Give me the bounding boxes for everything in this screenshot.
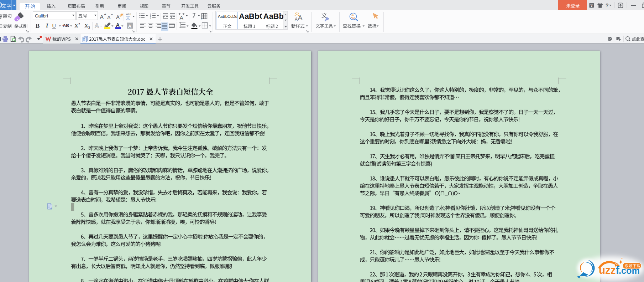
svg-text:2: 2 — [78, 22, 80, 26]
svg-text:A: A — [116, 22, 120, 28]
svg-text:A: A — [116, 14, 120, 20]
svg-text:ac: ac — [352, 16, 355, 20]
svg-text:W: W — [83, 38, 86, 41]
svg-text:X: X — [84, 23, 88, 29]
svg-text:−: − — [111, 12, 113, 16]
svg-text:AB: AB — [63, 23, 69, 28]
svg-text:2: 2 — [88, 26, 90, 30]
svg-text:+: + — [104, 12, 106, 16]
svg-text:A: A — [100, 14, 104, 21]
svg-text:A: A — [107, 15, 111, 20]
svg-text:F: F — [201, 18, 202, 20]
svg-text:wén: wén — [126, 12, 131, 16]
svg-text:A: A — [295, 17, 298, 22]
svg-text:¥: ¥ — [591, 4, 592, 8]
svg-text:I: I — [46, 22, 48, 29]
svg-text:A: A — [180, 15, 184, 21]
svg-text:A: A — [95, 22, 99, 29]
svg-text:B: B — [36, 22, 40, 29]
svg-text:U: U — [52, 22, 56, 29]
svg-text:?: ? — [606, 2, 609, 8]
svg-text:X: X — [74, 23, 78, 29]
svg-text:A: A — [298, 14, 303, 22]
svg-text:A: A — [128, 24, 132, 29]
svg-text:3: 3 — [150, 17, 151, 19]
